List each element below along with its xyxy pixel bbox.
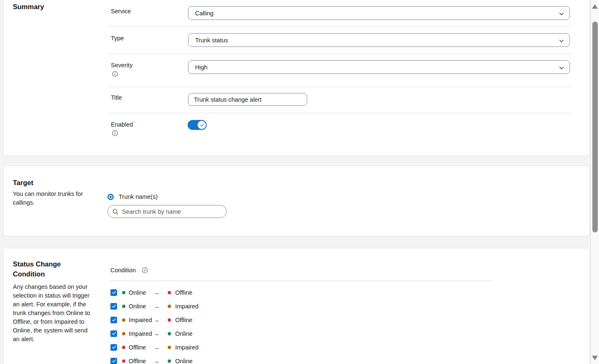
radio-dot <box>110 196 112 198</box>
trunk-search-box[interactable] <box>108 205 227 218</box>
status-dot-impaired <box>168 346 171 349</box>
row-divider <box>108 54 572 54</box>
severity-select[interactable]: High <box>188 60 570 74</box>
condition-label: Condition <box>110 267 136 274</box>
status-dot-impaired <box>122 318 125 322</box>
check-icon <box>112 359 116 363</box>
condition-checkbox[interactable] <box>110 289 117 296</box>
condition-checkbox[interactable] <box>110 358 117 364</box>
target-heading: Target <box>13 178 33 188</box>
condition-row: Impaired→Online <box>110 327 492 340</box>
status-change-description: Any changes based on your selection in s… <box>13 283 92 344</box>
condition-row: Impaired→Offline <box>110 313 492 327</box>
severity-label: Severity <box>111 62 132 68</box>
status-dot-online <box>122 305 125 308</box>
scroll-down-arrow[interactable] <box>592 356 598 360</box>
check-icon <box>112 304 116 308</box>
trunk-search-input[interactable] <box>122 208 218 215</box>
condition-from-label: Online <box>129 303 154 310</box>
arrow-right-icon: → <box>154 289 159 296</box>
service-select[interactable]: Calling <box>188 6 570 20</box>
condition-list: Online→OfflineOnline→ImpairedImpaired→Of… <box>110 286 492 364</box>
title-label: Title <box>111 94 122 101</box>
condition-row: Online→Impaired <box>110 299 492 313</box>
enabled-toggle[interactable] <box>188 120 207 130</box>
title-input[interactable] <box>188 93 307 106</box>
type-select[interactable]: Trunk status <box>188 33 570 47</box>
arrow-right-icon: → <box>154 317 159 323</box>
service-value: Calling <box>195 10 213 17</box>
type-label: Type <box>111 35 124 42</box>
service-label: Service <box>111 8 131 15</box>
condition-to-label: Offline <box>175 289 193 296</box>
summary-card: Summary Service Calling Type Trunk statu… <box>3 0 590 156</box>
arrow-right-icon: → <box>154 303 159 310</box>
type-value: Trunk status <box>195 37 228 44</box>
condition-checkbox[interactable] <box>110 344 117 351</box>
info-icon[interactable] <box>112 71 118 77</box>
status-dot-offline <box>122 346 125 349</box>
check-icon <box>200 123 204 127</box>
check-icon <box>112 345 116 349</box>
condition-from-label: Offline <box>129 358 154 364</box>
condition-to-label: Offline <box>175 317 193 323</box>
vertical-scrollbar[interactable] <box>590 0 599 364</box>
trunk-names-radio[interactable] <box>108 194 114 200</box>
toggle-knob <box>198 121 206 129</box>
condition-row: Offline→Online <box>110 354 492 364</box>
status-dot-offline <box>122 359 125 363</box>
status-dot-online <box>168 359 171 363</box>
chevron-down-icon <box>559 39 564 43</box>
condition-divider <box>110 281 492 281</box>
info-icon[interactable] <box>112 130 118 136</box>
row-divider <box>108 27 572 27</box>
check-icon <box>112 331 116 336</box>
condition-to-label: Impaired <box>175 344 198 351</box>
status-dot-offline <box>168 291 171 294</box>
status-change-card: Status Change Condition Any changes base… <box>3 248 590 364</box>
row-divider <box>108 113 572 113</box>
status-dot-online <box>122 291 125 294</box>
condition-from-label: Impaired <box>129 317 154 323</box>
condition-to-label: Impaired <box>175 303 198 310</box>
arrow-right-icon: → <box>154 344 159 351</box>
check-icon <box>112 318 116 322</box>
chevron-down-icon <box>559 12 564 16</box>
enabled-label: Enabled <box>111 121 133 128</box>
radio-ring <box>109 195 112 199</box>
chevron-down-icon <box>559 66 564 70</box>
status-dot-impaired <box>122 332 125 335</box>
condition-row: Offline→Impaired <box>110 340 492 354</box>
target-description: You can monitor trunks for callings. <box>13 190 92 207</box>
condition-row: Online→Offline <box>110 286 492 299</box>
status-dot-online <box>168 332 171 335</box>
condition-checkbox[interactable] <box>110 303 117 310</box>
arrow-right-icon: → <box>154 358 159 364</box>
status-change-heading: Status Change Condition <box>13 259 79 279</box>
scroll-up-arrow[interactable] <box>592 4 598 9</box>
target-card: Target You can monitor trunks for callin… <box>3 166 590 236</box>
condition-from-label: Offline <box>129 344 154 351</box>
status-dot-offline <box>168 318 171 322</box>
check-icon <box>112 290 116 295</box>
severity-value: High <box>195 64 208 71</box>
arrow-right-icon: → <box>154 330 159 337</box>
condition-to-label: Online <box>175 358 193 364</box>
info-icon[interactable] <box>142 267 148 273</box>
condition-from-label: Online <box>129 289 154 296</box>
condition-checkbox[interactable] <box>110 330 117 337</box>
condition-checkbox[interactable] <box>110 317 117 323</box>
scrollbar-thumb[interactable] <box>592 22 598 232</box>
summary-heading: Summary <box>13 2 44 12</box>
trunk-names-radio-label[interactable]: Trunk name(s) <box>119 193 158 200</box>
search-icon <box>112 209 118 215</box>
status-dot-impaired <box>168 305 171 308</box>
condition-from-label: Impaired <box>129 330 154 337</box>
row-divider <box>108 87 572 87</box>
condition-to-label: Online <box>175 330 193 337</box>
